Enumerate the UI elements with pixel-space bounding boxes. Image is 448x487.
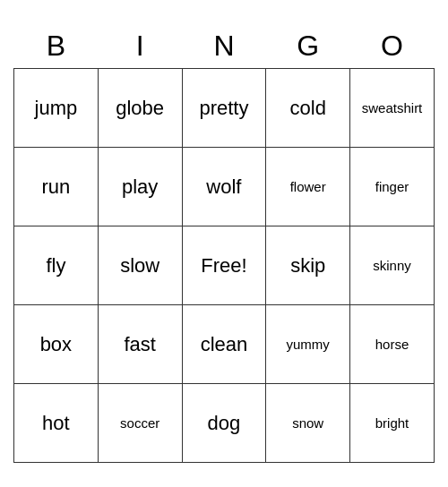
bingo-cell-1-2: wolf: [182, 148, 266, 226]
bingo-cell-4-4: bright: [350, 384, 435, 463]
bingo-row: jumpglobeprettycoldsweatshirt: [14, 69, 435, 148]
bingo-cell-1-3: flower: [266, 148, 350, 226]
bingo-card: BINGO jumpglobeprettycoldsweatshirtrunpl…: [13, 24, 435, 463]
bingo-cell-1-4: finger: [350, 148, 435, 226]
bingo-cell-4-1: soccer: [98, 384, 182, 463]
header-letter-O: O: [350, 24, 435, 69]
bingo-row: flyslowFree!skipskinny: [14, 226, 435, 305]
bingo-cell-2-4: skinny: [350, 226, 435, 305]
bingo-cell-0-0: jump: [14, 69, 99, 148]
bingo-row: hotsoccerdogsnowbright: [14, 384, 435, 463]
header-letter-G: G: [266, 24, 350, 69]
bingo-cell-3-4: horse: [350, 305, 435, 384]
header-letter-I: I: [98, 24, 182, 69]
bingo-cell-3-1: fast: [98, 305, 182, 384]
bingo-cell-0-2: pretty: [182, 69, 266, 148]
bingo-cell-3-2: clean: [182, 305, 266, 384]
bingo-cell-4-0: hot: [14, 384, 99, 463]
bingo-cell-0-1: globe: [98, 69, 182, 148]
bingo-cell-2-2: Free!: [182, 226, 266, 305]
bingo-cell-2-0: fly: [14, 226, 99, 305]
bingo-row: runplaywolfflowerfinger: [14, 148, 435, 226]
bingo-cell-1-0: run: [14, 148, 99, 226]
bingo-cell-0-4: sweatshirt: [350, 69, 435, 148]
bingo-cell-1-1: play: [98, 148, 182, 226]
header-letter-B: B: [14, 24, 99, 69]
bingo-header-row: BINGO: [14, 24, 435, 69]
bingo-cell-2-1: slow: [98, 226, 182, 305]
bingo-cell-3-0: box: [14, 305, 99, 384]
bingo-cell-0-3: cold: [266, 69, 350, 148]
bingo-cell-4-2: dog: [182, 384, 266, 463]
bingo-cell-4-3: snow: [266, 384, 350, 463]
header-letter-N: N: [182, 24, 266, 69]
bingo-cell-3-3: yummy: [266, 305, 350, 384]
bingo-cell-2-3: skip: [266, 226, 350, 305]
bingo-row: boxfastcleanyummyhorse: [14, 305, 435, 384]
